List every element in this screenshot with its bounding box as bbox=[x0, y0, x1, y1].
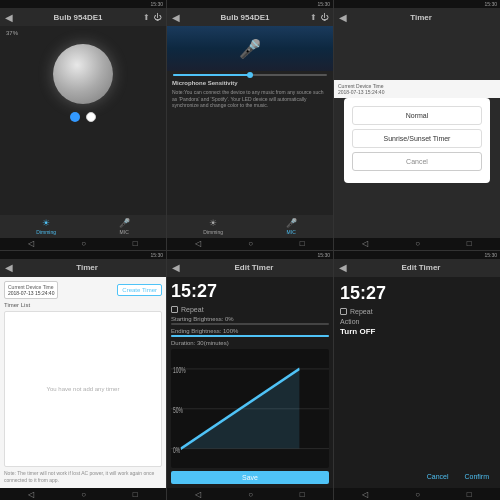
back-sys-p2[interactable]: ◁ bbox=[195, 239, 201, 248]
back-arrow-p2[interactable]: ◀ bbox=[172, 12, 180, 23]
device-time-value-p3: 2018-07-13 15:24:40 bbox=[338, 89, 496, 95]
status-time-p1: 15:30 bbox=[150, 1, 163, 7]
panel-title-p4: Timer bbox=[76, 263, 98, 272]
power-icon-p2[interactable]: ⏻ bbox=[320, 13, 328, 22]
edit-timer-content: 15:27 Repeat Starting Brightness: 0% End… bbox=[167, 277, 333, 489]
back-sys-p3[interactable]: ◁ bbox=[362, 239, 368, 248]
back-arrow-p5[interactable]: ◀ bbox=[172, 262, 180, 273]
recent-sys-p6[interactable]: □ bbox=[467, 490, 472, 499]
dimming-label-p1: Dimming bbox=[36, 229, 56, 235]
save-button[interactable]: Save bbox=[171, 471, 329, 484]
recent-sys-p2[interactable]: □ bbox=[300, 239, 305, 248]
back-sys-p6[interactable]: ◁ bbox=[362, 490, 368, 499]
header-icons-p2: ⬆ ⏻ bbox=[310, 13, 328, 22]
normal-option[interactable]: Normal bbox=[352, 106, 482, 125]
home-sys-p4[interactable]: ○ bbox=[81, 490, 86, 499]
panel-title-p6: Edit Timer bbox=[402, 263, 441, 272]
status-time-p4: 15:30 bbox=[150, 252, 163, 258]
svg-text:100%: 100% bbox=[173, 364, 186, 375]
home-sys-p2[interactable]: ○ bbox=[248, 239, 253, 248]
back-sys-p5[interactable]: ◁ bbox=[195, 490, 201, 499]
share-icon-p1[interactable]: ⬆ bbox=[143, 13, 150, 22]
action-value: Turn OFF bbox=[340, 327, 494, 336]
power-icon-p1[interactable]: ⏻ bbox=[153, 13, 161, 22]
mic-icon-p1: 🎤 bbox=[119, 218, 130, 228]
end-brightness-slider[interactable] bbox=[171, 335, 329, 337]
brightness-label: 37% bbox=[6, 30, 18, 36]
mic-background: 🎤 bbox=[167, 26, 333, 71]
status-bar-p2: 15:30 bbox=[167, 0, 333, 8]
nav-dimming-p2[interactable]: ☀ Dimming bbox=[203, 218, 223, 235]
panel-header-p2: ◀ Bulb 954DE1 ⬆ ⏻ bbox=[167, 8, 333, 26]
system-nav-p5: ◁ ○ □ bbox=[167, 488, 333, 500]
status-time-p2: 15:30 bbox=[317, 1, 330, 7]
repeat-label-p6: Repeat bbox=[350, 308, 373, 315]
panel-bulb-dimming: 15:30 ◀ Bulb 954DE1 ⬆ ⏻ 37% ☀ Dimming bbox=[0, 0, 167, 250]
panel-header-p3: ◀ Timer bbox=[334, 8, 500, 26]
slider-thumb[interactable] bbox=[247, 72, 253, 78]
home-sys-p3[interactable]: ○ bbox=[415, 239, 420, 248]
nav-mic-p2[interactable]: 🎤 MIC bbox=[286, 218, 297, 235]
dimming-icon-p2: ☀ bbox=[209, 218, 217, 228]
sunrise-sunset-option[interactable]: Sunrise/Sunset Timer bbox=[352, 129, 482, 148]
timer-header-row: Current Device Time 2018-07-13 15:24:40 … bbox=[4, 281, 162, 299]
color-dot-blue[interactable] bbox=[70, 112, 80, 122]
color-dot-white[interactable] bbox=[86, 112, 96, 122]
create-timer-button[interactable]: Create Timer bbox=[117, 284, 162, 296]
mic-sensitivity-title: Microphone Sensitivity bbox=[167, 79, 333, 87]
chart-svg: 100% 50% 0% bbox=[171, 349, 329, 469]
bottom-nav-p1: ☀ Dimming 🎤 MIC bbox=[0, 215, 166, 238]
slider-fill bbox=[173, 74, 250, 76]
timer-note: Note: The timer will not work if lost AC… bbox=[4, 470, 162, 484]
end-brightness-row: Ending Brightness: 100% bbox=[171, 328, 329, 334]
home-sys-p6[interactable]: ○ bbox=[415, 490, 420, 499]
back-arrow-p3[interactable]: ◀ bbox=[339, 12, 347, 23]
repeat-row-p6: Repeat bbox=[340, 308, 494, 315]
cancel-option[interactable]: Cancel bbox=[352, 152, 482, 171]
bulb-circle[interactable] bbox=[53, 44, 113, 104]
recent-sys-p5[interactable]: □ bbox=[300, 490, 305, 499]
repeat-row-p5: Repeat bbox=[171, 306, 329, 313]
recent-sys-p4[interactable]: □ bbox=[133, 490, 138, 499]
device-time-box-p4: Current Device Time 2018-07-13 15:24:40 bbox=[4, 281, 58, 299]
start-brightness-slider[interactable] bbox=[171, 323, 329, 325]
time-display-p6: 15:27 bbox=[340, 283, 494, 304]
recent-sys-p1[interactable]: □ bbox=[133, 239, 138, 248]
back-arrow-p4[interactable]: ◀ bbox=[5, 262, 13, 273]
home-sys-p5[interactable]: ○ bbox=[248, 490, 253, 499]
repeat-checkbox-p5[interactable] bbox=[171, 306, 178, 313]
device-time-bg: Current Device Time 2018-07-13 15:24:40 bbox=[334, 80, 500, 98]
back-arrow-p1[interactable]: ◀ bbox=[5, 12, 13, 23]
system-nav-p6: ◁ ○ □ bbox=[334, 488, 500, 500]
cancel-button-p6[interactable]: Cancel bbox=[422, 471, 454, 482]
start-brightness-row: Starting Brightness: 0% bbox=[171, 316, 329, 322]
duration-row: Duration: 30(minutes) bbox=[171, 340, 329, 346]
system-nav-p1: ◁ ○ □ bbox=[0, 238, 166, 250]
panel-title-p2: Bulb 954DE1 bbox=[221, 13, 270, 22]
recent-sys-p3[interactable]: □ bbox=[467, 239, 472, 248]
system-nav-p4: ◁ ○ □ bbox=[0, 488, 166, 500]
device-time-val-p4: 2018-07-13 15:24:40 bbox=[8, 290, 54, 296]
sensitivity-slider[interactable] bbox=[173, 74, 327, 76]
back-sys-p4[interactable]: ◁ bbox=[28, 490, 34, 499]
timer-type-dialog: Normal Sunrise/Sunset Timer Cancel bbox=[344, 98, 490, 183]
bulb-content: 37% bbox=[0, 26, 166, 215]
repeat-checkbox-p6[interactable] bbox=[340, 308, 347, 315]
status-bar-p4: 15:30 bbox=[0, 251, 166, 259]
mic-label-p1: MIC bbox=[120, 229, 129, 235]
edit-timer-action-content: 15:27 Repeat Action Turn OFF Cancel Conf… bbox=[334, 277, 500, 489]
nav-mic-p1[interactable]: 🎤 MIC bbox=[119, 218, 130, 235]
back-sys-p1[interactable]: ◁ bbox=[28, 239, 34, 248]
bottom-nav-p2: ☀ Dimming 🎤 MIC bbox=[167, 215, 333, 238]
confirm-button-p6[interactable]: Confirm bbox=[459, 471, 494, 482]
back-arrow-p6[interactable]: ◀ bbox=[339, 262, 347, 273]
start-brightness-label: Starting Brightness: 0% bbox=[171, 316, 234, 322]
status-time-p6: 15:30 bbox=[484, 252, 497, 258]
header-icons-p1: ⬆ ⏻ bbox=[143, 13, 161, 22]
panel-header-p6: ◀ Edit Timer bbox=[334, 259, 500, 277]
panel-header-p4: ◀ Timer bbox=[0, 259, 166, 277]
nav-dimming-p1[interactable]: ☀ Dimming bbox=[36, 218, 56, 235]
share-icon-p2[interactable]: ⬆ bbox=[310, 13, 317, 22]
home-sys-p1[interactable]: ○ bbox=[81, 239, 86, 248]
status-bar-p3: 15:30 bbox=[334, 0, 500, 8]
